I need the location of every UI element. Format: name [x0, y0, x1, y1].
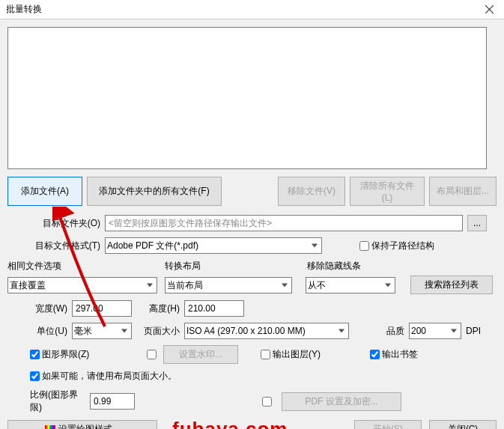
watermark-text: fubaya.com	[172, 418, 288, 429]
remove-file-button[interactable]: 移除文件(V)	[278, 177, 345, 206]
target-format-label: 目标文件格式(T)	[7, 240, 105, 252]
width-label: 宽度(W)	[7, 302, 72, 315]
close-icon[interactable]	[474, 0, 504, 19]
pdf-settings-button[interactable]: PDF 设置及加密...	[282, 392, 401, 411]
convert-layout-label: 转换布局	[165, 260, 307, 273]
output-layer-checkbox[interactable]	[261, 350, 270, 359]
unit-select[interactable]: 毫米	[72, 323, 132, 339]
palette-icon	[45, 425, 55, 429]
same-file-option-label: 相同文件选项	[7, 260, 165, 273]
height-label: 高度(H)	[132, 302, 184, 315]
width-input[interactable]	[72, 300, 132, 317]
scale-label: 比例(图形界限)	[7, 389, 90, 414]
dpi-label: DPI	[461, 326, 481, 336]
use-layout-pagesize-label: 如果可能，请使用布局页面大小。	[42, 370, 177, 383]
add-file-button[interactable]: 添加文件(A)	[7, 177, 82, 206]
keep-subpath-label: 保持子路径结构	[371, 240, 434, 252]
page-size-label: 页面大小	[132, 325, 184, 338]
start-button[interactable]: 开始(S)	[354, 420, 422, 429]
output-layer-label: 输出图层(Y)	[273, 348, 370, 361]
pdf-settings-enable-checkbox[interactable]	[262, 397, 272, 407]
target-folder-label: 目标文件夹(O)	[7, 217, 105, 230]
layout-layers-button[interactable]: 布局和图层...	[429, 177, 497, 206]
set-plot-style-button[interactable]: 设置绘图样式...	[7, 420, 157, 429]
use-layout-pagesize-checkbox[interactable]	[30, 371, 40, 381]
target-folder-input[interactable]	[105, 215, 463, 231]
output-bookmark-label: 输出书签	[382, 348, 418, 361]
file-list-box[interactable]	[7, 27, 487, 169]
watermark-enable-checkbox[interactable]	[147, 350, 157, 359]
search-path-button[interactable]: 搜索路径列表	[410, 276, 493, 294]
keep-subpath-checkbox[interactable]	[359, 241, 369, 251]
graphic-bounds-checkbox[interactable]	[30, 350, 40, 359]
target-format-select[interactable]: Adobe PDF 文件(*.pdf)	[105, 237, 322, 254]
scale-input[interactable]	[90, 393, 135, 410]
hidden-select[interactable]: 从不	[306, 277, 395, 293]
title-bar: 批量转换	[0, 0, 504, 19]
height-input[interactable]	[184, 300, 244, 317]
page-size-select[interactable]: ISO A4 (297.00 x 210.00 MM)	[184, 323, 349, 339]
same-file-select[interactable]: 直接覆盖	[7, 277, 157, 293]
window-title: 批量转换	[6, 3, 42, 16]
clear-all-button[interactable]: 清除所有文件(L)	[350, 177, 425, 206]
remove-hidden-label: 移除隐藏线条	[307, 260, 361, 273]
layout-select[interactable]: 当前布局	[165, 277, 292, 293]
quality-label: 品质	[349, 325, 409, 338]
set-watermark-button[interactable]: 设置水印...	[163, 345, 238, 364]
close-button[interactable]: 关闭(C)	[429, 420, 497, 429]
output-bookmark-checkbox[interactable]	[370, 350, 380, 359]
dpi-select[interactable]: 200	[409, 323, 461, 339]
graphic-bounds-label: 图形界限(Z)	[42, 348, 147, 361]
unit-label: 单位(U)	[7, 325, 72, 338]
add-folder-button[interactable]: 添加文件夹中的所有文件(F)	[87, 177, 222, 206]
browse-folder-button[interactable]: ...	[467, 215, 487, 231]
